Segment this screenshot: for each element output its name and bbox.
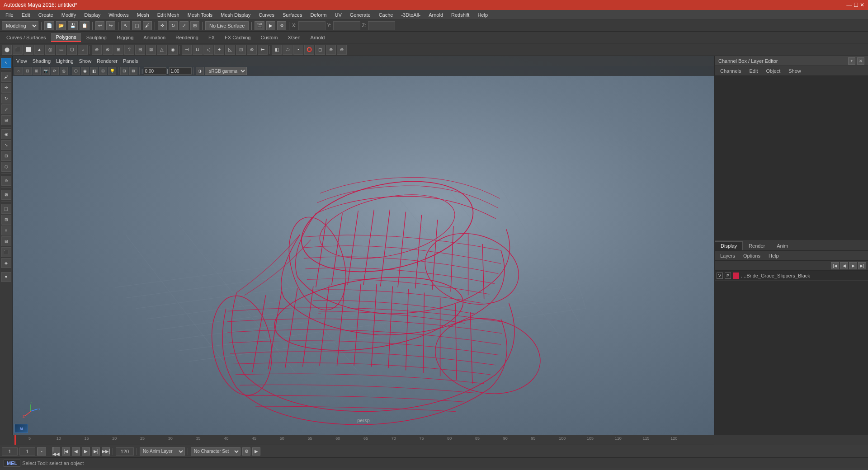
save-as-btn[interactable]: 📋 — [80, 21, 90, 30]
tool-bridge[interactable]: ⊟ — [135, 45, 145, 55]
layer-playback[interactable]: P — [725, 273, 731, 279]
viewport-3d[interactable] — [13, 76, 714, 425]
rotate-tool[interactable]: ↻ — [1, 94, 11, 103]
minimize-btn[interactable]: — — [846, 2, 852, 8]
mode-selector[interactable]: Modeling Rigging Animation FX Rendering — [2, 21, 38, 30]
display-options-2[interactable]: ⊞ — [1, 215, 11, 225]
display-options-3[interactable]: ≡ — [1, 226, 11, 235]
paint-select-tool[interactable]: 🖌 — [1, 72, 11, 82]
le-options-menu[interactable]: Options — [740, 252, 764, 259]
lasso-btn[interactable]: ⬚ — [132, 21, 141, 30]
soft-select-tool[interactable]: ◉ — [1, 129, 11, 139]
le-tab-display[interactable]: Display — [715, 241, 743, 250]
le-tab-render[interactable]: Render — [743, 241, 771, 250]
skip-to-end-btn[interactable]: ▶▶| — [102, 447, 110, 456]
no-live-surface-btn[interactable]: No Live Surface — [205, 21, 249, 30]
cb-expand-btn[interactable]: + — [848, 57, 855, 65]
le-help-menu[interactable]: Help — [765, 252, 783, 259]
scale-btn[interactable]: ⤢ — [179, 21, 189, 30]
menu-generate[interactable]: Generate — [346, 11, 374, 19]
display-options-4[interactable]: ⊟ — [1, 236, 11, 246]
menu-edit[interactable]: Edit — [18, 11, 34, 19]
x-coord-input[interactable] — [298, 21, 326, 30]
play-forward-btn[interactable]: ▶ — [82, 447, 90, 456]
y-coord-input[interactable] — [333, 21, 360, 30]
tab-curves-surfaces[interactable]: Curves / Surfaces — [2, 33, 50, 42]
tool-boolean[interactable]: ⊔ — [193, 45, 203, 55]
move-tool[interactable]: ✛ — [1, 83, 11, 93]
vp-val2-input[interactable] — [169, 67, 192, 75]
tool-fill-hole[interactable]: ⊠ — [146, 45, 156, 55]
transform-btn[interactable]: ⊞ — [190, 21, 199, 30]
tool-select-edge[interactable]: ⬭ — [283, 45, 292, 55]
viewport[interactable]: View Shading Lighting Show Renderer Pane… — [13, 56, 714, 435]
tool-grow[interactable]: ⊕ — [326, 45, 336, 55]
tab-custom[interactable]: Custom — [256, 33, 283, 42]
tool-cube[interactable]: ⬛ — [13, 45, 23, 55]
vp-menu-lighting[interactable]: Lighting — [56, 58, 74, 64]
menu-deform[interactable]: Deform — [307, 11, 330, 19]
vp-menu-show[interactable]: Show — [79, 58, 92, 64]
ipr-btn[interactable]: ▶ — [266, 21, 275, 30]
vp-menu-view[interactable]: View — [16, 58, 27, 64]
tweak-tool[interactable]: ⤡ — [1, 140, 11, 150]
menu-windows[interactable]: Windows — [105, 11, 132, 19]
tool-disc[interactable]: ⬡ — [67, 45, 77, 55]
layer-row-slippers[interactable]: V P ...:Bride_Grace_Slippers_Black — [715, 271, 868, 281]
vp-home-btn[interactable]: ⌂ — [14, 67, 23, 75]
step-back-btn[interactable]: |◀ — [62, 447, 70, 456]
le-tb-btn-1[interactable]: |◀ — [831, 262, 839, 269]
vp-fit-btn[interactable]: ⊡ — [24, 67, 32, 75]
vp-gamma-select[interactable]: sRGB gamma — [205, 67, 247, 75]
tool-extrude[interactable]: ⇧ — [124, 45, 134, 55]
menu-edit-mesh[interactable]: Edit Mesh — [154, 11, 183, 19]
tab-rendering[interactable]: Rendering — [171, 33, 203, 42]
z-coord-input[interactable] — [368, 21, 395, 30]
vp-texture-btn[interactable]: ⊞ — [99, 67, 107, 75]
tool-torus[interactable]: ◎ — [45, 45, 55, 55]
tool-pipe[interactable]: ○ — [78, 45, 88, 55]
tool-plane[interactable]: ▭ — [56, 45, 66, 55]
tool-mirror-geo[interactable]: ⊢ — [258, 45, 268, 55]
tool-cleanup[interactable]: ⊗ — [247, 45, 257, 55]
menu-curves[interactable]: Curves — [255, 11, 278, 19]
rotate-btn[interactable]: ↻ — [169, 21, 178, 30]
vp-val1-input[interactable] — [144, 67, 166, 75]
save-btn[interactable]: 💾 — [68, 21, 78, 30]
anim-extra-btn[interactable]: ▶ — [252, 447, 260, 456]
vp-menu-panels[interactable]: Panels — [123, 58, 138, 64]
tool-shrink[interactable]: ⊖ — [337, 45, 347, 55]
menu-redshift[interactable]: Redshift — [448, 11, 473, 19]
scale-tool[interactable]: ⤢ — [1, 104, 11, 114]
vp-flat-btn[interactable]: ◧ — [90, 67, 98, 75]
menu-cache[interactable]: Cache — [375, 11, 397, 19]
tab-animation[interactable]: Animation — [139, 33, 170, 42]
tab-fx[interactable]: FX — [204, 33, 219, 42]
move-btn[interactable]: ✛ — [158, 21, 167, 30]
vp-grid-btn[interactable]: ⊟ — [120, 67, 128, 75]
menu-mesh-tools[interactable]: Mesh Tools — [184, 11, 216, 19]
tab-fx-caching[interactable]: FX Caching — [220, 33, 255, 42]
tool-extract[interactable]: ⊞ — [113, 45, 123, 55]
le-tab-anim[interactable]: Anim — [771, 241, 794, 250]
menu-mesh[interactable]: Mesh — [133, 11, 153, 19]
menu-file[interactable]: File — [2, 11, 17, 19]
tool-combine[interactable]: ⊕ — [92, 45, 102, 55]
menu-display[interactable]: Display — [80, 11, 104, 19]
le-layers-menu[interactable]: Layers — [717, 252, 739, 259]
tab-polygons[interactable]: Polygons — [51, 33, 80, 42]
layer-visibility[interactable]: V — [717, 273, 723, 279]
open-btn[interactable]: 📂 — [56, 21, 66, 30]
menu-uv[interactable]: UV — [331, 11, 345, 19]
vp-isolate-btn[interactable]: ◎ — [60, 67, 68, 75]
tool-quad[interactable]: ⊡ — [236, 45, 246, 55]
render-btn[interactable]: 🎬 — [255, 21, 264, 30]
cb-channels-menu[interactable]: Channels — [717, 67, 745, 75]
redo-btn[interactable]: ↪ — [106, 21, 115, 30]
vp-wireframe-btn[interactable]: ⬡ — [72, 67, 80, 75]
menu-arnold[interactable]: Arnold — [425, 11, 447, 19]
tool-ring[interactable]: ◻ — [315, 45, 325, 55]
anim-prefs-btn[interactable]: ⚙ — [242, 447, 250, 456]
vp-hud-btn[interactable]: ⊠ — [129, 67, 137, 75]
vp-menu-renderer[interactable]: Renderer — [97, 58, 118, 64]
